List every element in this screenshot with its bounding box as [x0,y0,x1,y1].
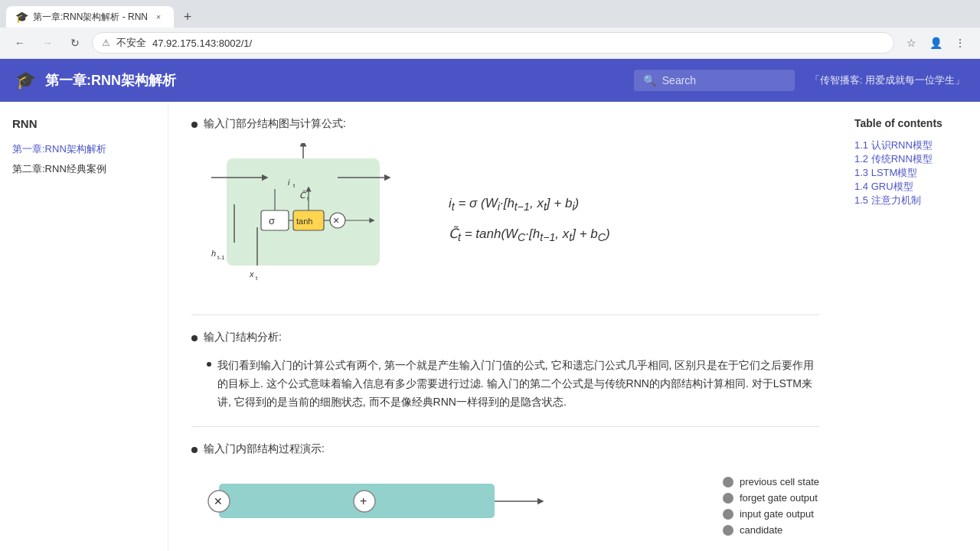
formula-1: it = σ (Wi·[ht−1, xt] + bi) [449,196,610,213]
demo-diagram-area: ✕ + [204,468,819,547]
svg-text:t-1: t-1 [217,254,225,261]
table-of-contents: Table of contents 1.1 认识RNN模型 1.2 传统RNN模… [842,102,980,551]
browser-chrome: 🎓 第一章:RNN架构解析 - RNN × + ← → ↻ ⚠ 不安全 47.9… [0,0,980,59]
search-box[interactable]: 🔍 Search [634,70,795,91]
svg-text:t: t [256,275,258,282]
back-button[interactable]: ← [9,32,31,54]
menu-button[interactable]: ⋮ [949,32,971,54]
section2-heading: 输入门结构分析: [204,331,282,344]
legend-text-3: candidate [740,524,782,536]
legend-circle-0 [723,477,733,487]
sub-bullet-analysis: 我们看到输入门的计算公式有两个, 第一个就是产生输入门门值的公式, 它和遗忘门公… [207,357,819,411]
security-icon: ⚠ [102,37,110,48]
legend-circle-3 [723,525,733,536]
svg-text:h: h [211,249,216,258]
site-tagline: 「传智播客: 用爱成就每一位学生」 [810,73,965,87]
forward-button[interactable]: → [37,32,58,54]
svg-text:×: × [333,214,339,227]
section-input-gate-diagram: 输入门部分结构图与计算公式: h t-1 [191,117,819,296]
sidebar-item-chapter1[interactable]: 第一章:RNN架构解析 [12,139,155,159]
tab-favicon: 🎓 [15,11,28,23]
active-tab[interactable]: 🎓 第一章:RNN架构解析 - RNN × [6,6,174,28]
url-protocol: 不安全 [116,36,146,50]
toc-item-4[interactable]: 1.5 注意力机制 [854,192,921,208]
formula-2: C̃t = tanh(WC·[ht−1, xt] + bC) [449,226,610,243]
svg-text:tanh: tanh [296,217,312,226]
divider-2 [191,426,819,427]
site-logo-icon: 🎓 [15,70,36,90]
demo-svg: ✕ + [204,468,692,547]
legend-item-2: input gate output [723,508,819,520]
tab-close-button[interactable]: × [152,11,165,23]
bookmark-button[interactable]: ☆ [900,32,922,54]
legend-item-3: candidate [723,524,819,536]
main-content: 输入门部分结构图与计算公式: h t-1 [168,102,842,551]
section3-heading: 输入门内部结构过程演示: [204,442,325,456]
legend-circle-1 [723,493,733,504]
bullet-item-diagram: 输入门部分结构图与计算公式: [191,117,819,131]
account-button[interactable]: 👤 [925,32,946,54]
section-demo: 输入门内部结构过程演示: ✕ + [191,442,819,547]
sidebar: RNN 第一章:RNN架构解析 第二章:RNN经典案例 [0,102,168,551]
site-navbar: 🎓 第一章:RNN架构解析 🔍 Search 「传智播客: 用爱成就每一位学生」 [0,59,980,102]
svg-text:✕: ✕ [214,495,223,507]
svg-text:+: + [360,494,367,507]
bullet-dot-3 [191,447,198,453]
address-actions: ☆ 👤 ⋮ [900,32,971,54]
svg-text:C̃: C̃ [299,190,306,200]
url-text: 47.92.175.143:8002/1/ [152,37,252,49]
bullet-item-demo: 输入门内部结构过程演示: [191,442,819,456]
demo-process-svg: ✕ + [204,468,586,545]
tab-title: 第一章:RNN架构解析 - RNN [33,11,148,24]
diagram-section: h t-1 x t i t C̃ t [204,143,819,296]
input-gate-diagram: h t-1 x t i t C̃ t [204,143,418,296]
section-analysis: 输入门结构分析: 我们看到输入门的计算公式有两个, 第一个就是产生输入门门值的公… [191,331,819,411]
sidebar-item-chapter2[interactable]: 第二章:RNN经典案例 [12,159,155,179]
site-title: 第一章:RNN架构解析 [45,71,634,90]
reload-button[interactable]: ↻ [64,32,86,54]
section1-heading: 输入门部分结构图与计算公式: [204,117,346,131]
divider-1 [191,315,819,315]
page-layout: RNN 第一章:RNN架构解析 第二章:RNN经典案例 输入门部分结构图与计算公… [0,102,980,551]
analysis-text: 我们看到输入门的计算公式有两个, 第一个就是产生输入门门值的公式, 它和遗忘门公… [217,357,819,411]
tab-bar: 🎓 第一章:RNN架构解析 - RNN × + [0,0,980,28]
bullet-item-analysis: 输入门结构分析: [191,331,819,344]
new-tab-button[interactable]: + [177,6,198,28]
legend-item-0: previous cell state [723,476,819,487]
bullet-dot-1 [191,122,198,128]
legend-text-1: forget gate output [740,492,818,504]
bullet-dot-2 [191,335,198,341]
toc-title: Table of contents [854,117,968,129]
legend-text-2: input gate output [740,508,814,520]
legend-item-1: forget gate output [723,492,819,504]
legend-area: previous cell state forget gate output i… [723,468,819,536]
legend-text-0: previous cell state [740,476,819,487]
address-bar: ← → ↻ ⚠ 不安全 47.92.175.143:8002/1/ ☆ 👤 ⋮ [0,28,980,58]
sidebar-title: RNN [12,117,155,130]
search-input[interactable]: Search [662,74,696,86]
legend-circle-2 [723,509,733,520]
formula-block: it = σ (Wi·[ht−1, xt] + bi) C̃t = tanh(W… [449,196,610,243]
url-bar[interactable]: ⚠ 不安全 47.92.175.143:8002/1/ [92,32,894,54]
svg-text:σ: σ [269,215,275,227]
lstm-diagram-svg: h t-1 x t i t C̃ t [204,143,410,289]
sub-bullet-dot [207,362,211,367]
search-icon: 🔍 [643,74,656,86]
svg-text:x: x [249,269,254,279]
